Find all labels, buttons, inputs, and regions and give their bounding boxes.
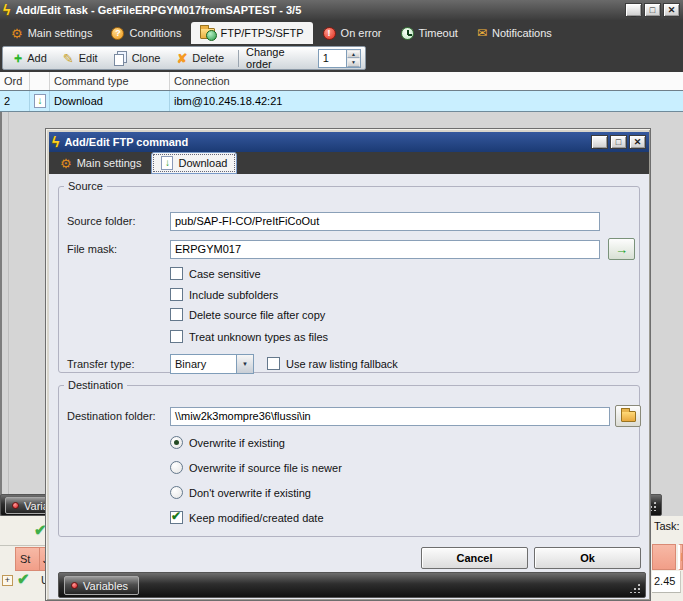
browse-folder-button[interactable] xyxy=(615,405,641,427)
tab-ftp-ftps-sftp[interactable]: FTP/FTPS/SFTP xyxy=(191,22,312,44)
download-page-icon: ↓ xyxy=(34,94,46,108)
column-header-status[interactable]: St xyxy=(15,547,40,571)
delete-source-after-copy-checkbox[interactable]: ✔ Delete source file after copy xyxy=(170,308,325,321)
column-header-icon[interactable] xyxy=(30,72,50,90)
column-header-command-type[interactable]: Command type xyxy=(50,72,170,90)
dialog-maximize-button[interactable]: □ xyxy=(610,135,627,149)
destination-groupbox: Destination Destination folder: \\miw2k3… xyxy=(58,379,640,537)
edit-button[interactable]: ✎ Edit xyxy=(56,51,105,66)
checkbox-label: Delete source file after copy xyxy=(189,309,325,321)
source-legend: Source xyxy=(64,180,107,192)
add-label: Add xyxy=(27,52,47,64)
checkbox-label: Case sensitive xyxy=(189,268,261,280)
dialog-tab-download[interactable]: ↓ Download xyxy=(151,152,237,174)
tab-label: On error xyxy=(341,27,382,39)
ok-button[interactable]: Ok xyxy=(534,547,641,569)
tab-on-error[interactable]: ! On error xyxy=(314,22,391,44)
overwrite-if-newer-radio[interactable]: Overwrite if source file is newer xyxy=(170,461,342,474)
dialog-resize-grip[interactable] xyxy=(628,582,641,593)
dialog-tab-main-settings[interactable]: ⚙ Main settings xyxy=(51,152,150,174)
case-sensitive-checkbox[interactable]: ✔ Case sensitive xyxy=(170,267,261,280)
file-mask-input[interactable]: ERPGYM017 xyxy=(170,240,600,259)
tab-conditions[interactable]: ? Conditions xyxy=(102,22,190,44)
minimize-icon: _ xyxy=(597,141,602,150)
source-folder-label: Source folder: xyxy=(67,215,135,227)
transfer-type-select[interactable]: Binary ▼ xyxy=(170,354,254,374)
file-mask-test-button[interactable]: → xyxy=(608,238,635,260)
source-folder-input[interactable]: pub/SAP-FI-CO/PreItFiCoOut xyxy=(170,212,600,231)
commands-toolbar: + Add ✎ Edit Clone ✘ Delete Change order… xyxy=(0,44,683,72)
dialog-close-button[interactable]: ✕ xyxy=(629,135,646,149)
download-page-icon: ↓ xyxy=(161,156,173,170)
radio-label: Don't overwrite if existing xyxy=(189,487,311,499)
main-window-titlebar: ϟ Add/Edit Task - GetFileERPGYM017fromSA… xyxy=(0,0,683,20)
change-order-value[interactable]: 1 xyxy=(319,50,346,67)
down-arrow-icon: ↓ xyxy=(38,96,43,106)
error-exclamation-icon: ! xyxy=(323,27,336,40)
main-tab-bar: ⚙ Main settings ? Conditions FTP/FTPS/SF… xyxy=(0,20,683,44)
commands-table-header: Ord Command type Connection xyxy=(0,72,683,91)
clock-icon xyxy=(401,27,414,40)
include-subfolders-checkbox[interactable]: ✔ Include subfolders xyxy=(170,288,278,301)
maximize-icon: □ xyxy=(616,138,621,147)
table-row-download-command[interactable]: 2 ↓ Download ibm@10.245.18.42:21 xyxy=(0,91,683,112)
cell-connection: ibm@10.245.18.42:21 xyxy=(170,91,683,111)
checkbox-box: ✔ xyxy=(170,267,183,280)
change-order-spinner[interactable]: 1 ▲ ▼ xyxy=(318,49,361,68)
tab-notifications[interactable]: ✉ Notifications xyxy=(468,22,561,44)
clone-button[interactable]: Clone xyxy=(107,50,168,67)
toolbar-strip: + Add ✎ Edit Clone ✘ Delete Change order… xyxy=(2,46,366,70)
destination-folder-label: Destination folder: xyxy=(67,410,156,422)
add-button[interactable]: + Add xyxy=(7,50,54,66)
dont-overwrite-radio[interactable]: Don't overwrite if existing xyxy=(170,486,311,499)
maximize-button[interactable]: □ xyxy=(644,3,661,17)
divider-line xyxy=(0,545,45,546)
column-header-connection[interactable]: Connection xyxy=(170,72,683,90)
minimize-button[interactable]: _ xyxy=(625,3,642,17)
source-groupbox: Source Source folder: pub/SAP-FI-CO/PreI… xyxy=(58,180,640,373)
dialog-minimize-button[interactable]: _ xyxy=(591,135,608,149)
tab-timeout[interactable]: Timeout xyxy=(392,22,467,44)
checkbox-box: ✔ xyxy=(170,288,183,301)
file-mask-label: File mask: xyxy=(67,243,117,255)
minimize-icon: _ xyxy=(631,9,636,18)
spin-down-button[interactable]: ▼ xyxy=(347,58,360,67)
close-button[interactable]: ✕ xyxy=(663,3,680,17)
dropdown-button[interactable]: ▼ xyxy=(236,355,253,373)
toolbar-separator xyxy=(238,50,239,67)
spin-up-button[interactable]: ▲ xyxy=(347,50,360,59)
question-icon: ? xyxy=(111,27,124,40)
chevron-down-icon: ▼ xyxy=(242,361,248,367)
variables-label: Variables xyxy=(83,580,128,592)
status-check-icon: ✔ xyxy=(17,570,30,588)
destination-legend: Destination xyxy=(64,379,127,391)
column-header-partial[interactable]: N xyxy=(678,544,683,570)
tab-main-settings[interactable]: ⚙ Main settings xyxy=(2,22,101,44)
radio-circle xyxy=(170,461,183,474)
dialog-variables-button[interactable]: Variables xyxy=(64,576,139,595)
cell-command-type: Download xyxy=(50,91,170,111)
overwrite-if-existing-radio[interactable]: Overwrite if existing xyxy=(170,436,285,449)
cell-ord: 2 xyxy=(0,91,30,111)
column-header-cell[interactable] xyxy=(652,544,676,570)
delete-button[interactable]: ✘ Delete xyxy=(169,51,231,66)
dialog-client-area: Source Source folder: pub/SAP-FI-CO/PreI… xyxy=(49,174,649,599)
green-arrow-icon: → xyxy=(615,243,628,256)
spin-down-icon: ▼ xyxy=(351,59,356,65)
keep-modified-date-checkbox[interactable]: ✔ Keep modified/created date xyxy=(170,511,324,524)
column-header-ord[interactable]: Ord xyxy=(0,72,30,90)
raw-listing-fallback-checkbox[interactable]: ✔ Use raw listing fallback xyxy=(267,357,398,370)
app-lightning-icon: ϟ xyxy=(3,3,10,17)
destination-folder-input[interactable]: \\miw2k3mompre36\flussi\in xyxy=(170,407,610,426)
delete-x-icon: ✘ xyxy=(176,52,187,65)
dialog-variables-bar: Variables xyxy=(58,572,646,598)
gear-icon: ⚙ xyxy=(60,157,72,170)
radio-circle xyxy=(170,486,183,499)
row-expander-button[interactable]: + xyxy=(2,575,13,586)
spin-up-icon: ▲ xyxy=(351,51,356,57)
cancel-button[interactable]: Cancel xyxy=(421,547,528,569)
envelope-icon: ✉ xyxy=(477,27,487,39)
add-edit-ftp-command-dialog: ϟ Add/Edit FTP command _ □ ✕ ⚙ Main sett… xyxy=(45,128,651,601)
treat-unknown-types-checkbox[interactable]: ✔ Treat unknown types as files xyxy=(170,330,328,343)
dialog-window-buttons: _ □ ✕ xyxy=(591,135,646,149)
